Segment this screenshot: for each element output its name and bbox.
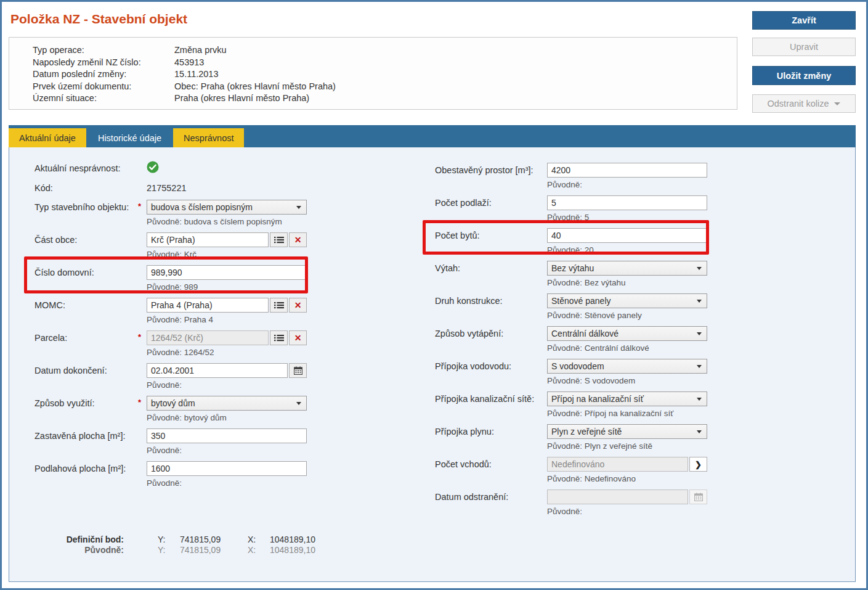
puvodne-note: Původně: Plyn z veřejné sítě [547,441,707,452]
required-marker: * [138,398,141,407]
field-pripojka-plynu: Přípojka plynu: Plyn z veřejné sítě Půvo… [435,424,855,452]
chevron-down-icon [697,430,702,433]
pocet-podlazi-input[interactable] [547,195,707,210]
field-momc: MOMC: ✕ Původně: Praha 4 [34,298,435,326]
info-row-typ-operace: Typ operace: Změna prvku [33,44,731,57]
close-button[interactable]: Zavřít [752,11,856,30]
list-icon [274,301,284,309]
clear-button[interactable]: ✕ [289,232,307,247]
tab-aktualni-udaje[interactable]: Aktuální údaje [9,128,86,147]
tab-historicke-udaje[interactable]: Historické údaje [87,128,172,147]
field-datum-dokonceni: Datum dokončení: Původně: [34,363,435,391]
list-icon [274,236,284,244]
chevron-down-icon [697,365,702,368]
druh-konstrukce-select[interactable]: Stěnové panely [547,293,707,308]
zpusob-vyuziti-select[interactable]: bytový dům [147,396,307,411]
chevron-down-icon [697,332,702,335]
lookup-list-button[interactable] [270,232,288,247]
pocet-vchodu-input [547,457,688,472]
required-marker: * [138,332,141,342]
puvodne-note: Původně: Krč [147,250,307,260]
pripojka-vodovodu-select[interactable]: S vodovodem [547,359,707,374]
puvodne-note: Původně: 5 [547,213,707,223]
field-zpusob-vyuziti: Způsob využití: * bytový dům Původně: by… [34,396,435,424]
zpusob-vytapeni-select[interactable]: Centrální dálkové [547,326,707,341]
puvodne-note: Původně: [547,507,707,517]
momc-input[interactable] [147,298,269,313]
zastavena-plocha-input[interactable] [147,428,307,443]
field-typ-stavebniho-objektu: Typ stavebního objektu: * budova s čísle… [34,200,435,227]
pripojka-kanalizace-select[interactable]: Přípoj na kanalizační síť [547,391,707,406]
field-zpusob-vytapeni: Způsob vytápění: Centrální dálkové Původ… [435,326,855,354]
typ-stavebniho-objektu-select[interactable]: budova s číslem popisným [147,200,307,215]
page-title: Položka NZ - Stavební objekt [9,9,737,37]
field-datum-odstraneni: Datum odstranění: Původně: [435,490,855,517]
field-kod: Kód: 21755221 [34,181,435,200]
puvodne-note: Původně: [147,446,307,456]
edit-button[interactable]: Upravit [752,38,856,56]
chevron-down-icon [834,102,840,105]
chevron-down-icon [296,402,301,405]
puvodne-note: Původně: Přípoj na kanalizační síť [547,409,707,419]
clear-x-icon: ✕ [294,301,302,309]
puvodne-note: Původně: budova s číslem popisným [147,217,307,227]
lookup-list-button[interactable] [270,330,288,345]
field-pocet-bytu: Počet bytů: Původně: 20 [435,228,855,256]
puvodne-note: Původně: [147,478,307,489]
clear-button[interactable]: ✕ [289,330,307,345]
puvodne-note: Původně: 1264/52 [147,348,307,358]
puvodne-note: Původně: [147,380,307,391]
field-vytah: Výtah: Bez výtahu Původně: Bez výtahu [435,261,855,289]
save-changes-button[interactable]: Uložit změny [752,66,856,85]
pocet-bytu-input[interactable] [547,228,707,243]
def-point-x: 1048189,10 [270,535,315,545]
info-row-nz-cislo: Naposledy změnil NZ číslo: 453913 [33,57,731,69]
chevron-right-icon: ❯ [695,460,702,469]
info-row-uzemni-situace: Územní situace: Praha (okres Hlavní měst… [33,92,731,105]
field-pripojka-kanalizace: Přípojka kanalizační sítě: Přípoj na kan… [435,391,855,419]
calendar-button[interactable] [289,363,307,378]
field-zastavena-plocha: Zastavěná plocha [m²]: Původně: [34,428,435,456]
puvodne-note: Původně: [547,180,707,191]
chevron-down-icon [296,206,301,209]
obestaveny-prostor-input[interactable] [547,163,707,178]
cislo-domovni-input[interactable] [147,265,307,280]
open-detail-button[interactable]: ❯ [689,457,707,472]
list-icon [274,334,284,342]
field-cast-obce: Část obce: ✕ Původně: Krč [34,232,435,260]
cast-obce-input[interactable] [147,232,269,247]
puvodne-note: Původně: bytový dům [147,413,307,424]
field-aktualni-nespravnost: Aktuální nesprávnost: [34,161,435,181]
puvodne-note: Původně: Praha 4 [147,315,307,326]
chevron-down-icon [697,300,702,303]
kod-value: 21755221 [147,181,307,193]
clear-x-icon: ✕ [294,334,302,342]
field-pocet-vchodu: Počet vchodů: ❯ Původně: Nedefinováno [435,457,855,485]
calendar-icon [294,366,302,375]
info-row-prvek-uzemi: Prvek území dokumentu: Obec: Praha (okre… [33,81,731,93]
tab-nespravnost[interactable]: Nesprávnost [173,128,244,147]
pripojka-plynu-select[interactable]: Plyn z veřejné sítě [547,424,707,439]
definicni-bod-puvodne-row: Původně: Y: 741815,09 X: 1048189,10 [34,545,435,555]
clear-button[interactable]: ✕ [289,298,307,313]
required-marker: * [138,202,141,211]
chevron-down-icon [697,398,702,401]
def-point-orig-y: 741815,09 [180,545,234,555]
window: Položka NZ - Stavební objekt Typ operace… [0,0,868,590]
podlahova-plocha-input[interactable] [147,461,307,476]
parcela-input [147,330,269,345]
field-obestaveny-prostor: Obestavěný prostor [m³]: Původně: [435,163,855,191]
remove-collisions-button[interactable]: Odstranit kolize [752,94,856,113]
def-point-orig-x: 1048189,10 [270,545,315,555]
datum-odstraneni-input [547,490,688,504]
datum-dokonceni-input[interactable] [147,363,288,378]
vytah-select[interactable]: Bez výtahu [547,261,707,276]
puvodne-note: Původně: S vodovodem [547,376,707,387]
puvodne-note: Původně: 989 [147,282,307,293]
lookup-list-button[interactable] [270,298,288,313]
puvodne-note: Původně: Centrální dálkové [547,343,707,354]
field-pocet-podlazi: Počet podlaží: Původně: 5 [435,195,855,223]
field-parcela: Parcela: * ✕ Původně: 1264/52 [34,330,435,358]
chevron-down-icon [697,267,702,270]
puvodne-note: Původně: Stěnové panely [547,311,707,321]
